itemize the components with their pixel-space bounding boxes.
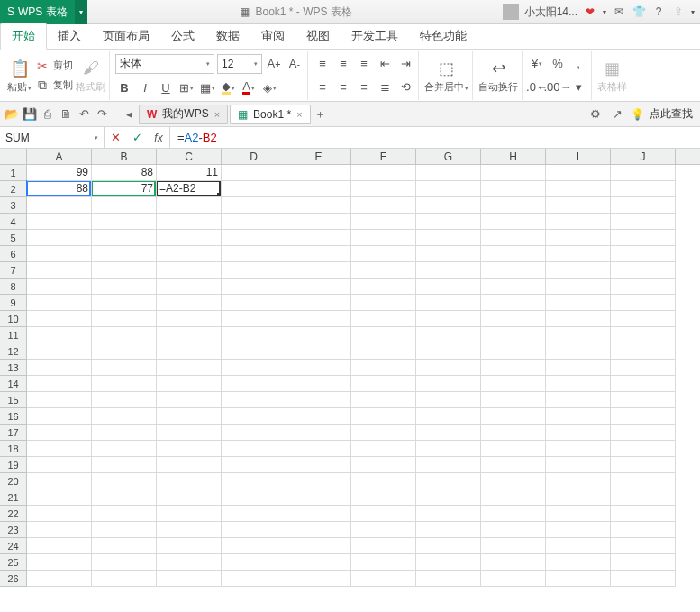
- cell-B14[interactable]: [92, 376, 157, 392]
- indent-inc-icon[interactable]: ⇥: [396, 55, 414, 73]
- cell-I22[interactable]: [546, 506, 611, 522]
- cell-I26[interactable]: [546, 571, 611, 587]
- cell-F18[interactable]: [351, 441, 416, 457]
- cell-E24[interactable]: [286, 538, 351, 554]
- cell-J15[interactable]: [611, 392, 676, 408]
- cell-B2[interactable]: 77: [92, 181, 157, 197]
- cell-C18[interactable]: [157, 441, 222, 457]
- cell-C10[interactable]: [157, 311, 222, 327]
- cell-B1[interactable]: 88: [92, 165, 157, 181]
- cell-E1[interactable]: [286, 165, 351, 181]
- cell-G18[interactable]: [416, 441, 481, 457]
- cell-J9[interactable]: [611, 295, 676, 311]
- cell-C9[interactable]: [157, 295, 222, 311]
- cell-A4[interactable]: [27, 214, 92, 230]
- colhead-F[interactable]: F: [351, 149, 416, 164]
- cell-C5[interactable]: [157, 230, 222, 246]
- justify-icon[interactable]: ≣: [376, 78, 394, 96]
- cell-H21[interactable]: [481, 489, 546, 506]
- search-hint[interactable]: 点此查找: [650, 106, 693, 122]
- cell-A12[interactable]: [27, 343, 92, 360]
- giftbox-icon[interactable]: ✉: [612, 5, 626, 19]
- cell-B23[interactable]: [92, 522, 157, 538]
- cell-F23[interactable]: [351, 522, 416, 538]
- align-left-icon[interactable]: ≡: [314, 78, 332, 96]
- cell-E3[interactable]: [286, 197, 351, 214]
- currency-icon[interactable]: ¥▾: [528, 55, 546, 73]
- cell-B8[interactable]: [92, 279, 157, 295]
- rowhead-10[interactable]: 10: [0, 311, 26, 327]
- cell-B6[interactable]: [92, 246, 157, 262]
- cell-E10[interactable]: [286, 311, 351, 327]
- cell-B4[interactable]: [92, 214, 157, 230]
- cell-F9[interactable]: [351, 295, 416, 311]
- cell-C14[interactable]: [157, 376, 222, 392]
- tab-my-wps[interactable]: W 我的WPS ×: [139, 105, 228, 124]
- cell-H5[interactable]: [481, 230, 546, 246]
- cell-E19[interactable]: [286, 457, 351, 473]
- cell-D1[interactable]: [222, 165, 286, 181]
- cell-C22[interactable]: [157, 506, 222, 522]
- cell-F4[interactable]: [351, 214, 416, 230]
- cell-E15[interactable]: [286, 392, 351, 408]
- redo-icon[interactable]: ↷: [94, 106, 110, 123]
- merge-button[interactable]: ⬚ 合并居中▾: [424, 58, 468, 94]
- clear-format-button[interactable]: ◈▾: [260, 79, 278, 97]
- cell-I7[interactable]: [546, 262, 611, 279]
- cell-I15[interactable]: [546, 392, 611, 408]
- rowhead-19[interactable]: 19: [0, 457, 26, 473]
- cell-G5[interactable]: [416, 230, 481, 246]
- cell-F11[interactable]: [351, 327, 416, 343]
- cell-D19[interactable]: [222, 457, 286, 473]
- tab-data[interactable]: 数据: [205, 23, 250, 49]
- cell-J4[interactable]: [611, 214, 676, 230]
- cell-F13[interactable]: [351, 360, 416, 376]
- accept-formula-button[interactable]: ✓: [126, 131, 148, 144]
- app-badge[interactable]: S WPS 表格: [0, 0, 75, 24]
- cell-J8[interactable]: [611, 279, 676, 295]
- nav-back-icon[interactable]: ◂: [121, 106, 137, 123]
- cut-button[interactable]: ✂剪切: [34, 58, 73, 74]
- cell-B10[interactable]: [92, 311, 157, 327]
- cell-A22[interactable]: [27, 506, 92, 522]
- tab-view[interactable]: 视图: [295, 23, 341, 49]
- cell-B9[interactable]: [92, 295, 157, 311]
- name-box[interactable]: SUM ▾: [0, 127, 105, 148]
- cell-H26[interactable]: [481, 571, 546, 587]
- cell-F1[interactable]: [351, 165, 416, 181]
- rowhead-1[interactable]: 1: [0, 165, 26, 181]
- cell-B25[interactable]: [92, 554, 157, 571]
- cell-G2[interactable]: [416, 181, 481, 197]
- cell-J18[interactable]: [611, 441, 676, 457]
- tab-formula[interactable]: 公式: [160, 23, 205, 49]
- cell-B18[interactable]: [92, 441, 157, 457]
- cell-D21[interactable]: [222, 489, 286, 506]
- tab-book1[interactable]: ▦ Book1 * ×: [230, 105, 310, 124]
- cell-A26[interactable]: [27, 571, 92, 587]
- rowhead-9[interactable]: 9: [0, 295, 26, 311]
- tab-review[interactable]: 审阅: [250, 23, 295, 49]
- rowhead-25[interactable]: 25: [0, 554, 26, 571]
- cell-I6[interactable]: [546, 246, 611, 262]
- cell-A17[interactable]: [27, 425, 92, 441]
- rowhead-18[interactable]: 18: [0, 441, 26, 457]
- cell-C17[interactable]: [157, 425, 222, 441]
- cell-C12[interactable]: [157, 343, 222, 360]
- tab-special[interactable]: 特色功能: [409, 23, 477, 49]
- cell-E22[interactable]: [286, 506, 351, 522]
- cell-F8[interactable]: [351, 279, 416, 295]
- cell-A25[interactable]: [27, 554, 92, 571]
- cell-A14[interactable]: [27, 376, 92, 392]
- cell-C26[interactable]: [157, 571, 222, 587]
- cell-E5[interactable]: [286, 230, 351, 246]
- rowhead-13[interactable]: 13: [0, 360, 26, 376]
- cell-G26[interactable]: [416, 571, 481, 587]
- cell-A19[interactable]: [27, 457, 92, 473]
- help-icon[interactable]: ?: [651, 5, 666, 19]
- cell-F7[interactable]: [351, 262, 416, 279]
- cell-F22[interactable]: [351, 506, 416, 522]
- rowhead-8[interactable]: 8: [0, 279, 26, 295]
- cell-E23[interactable]: [286, 522, 351, 538]
- cell-J2[interactable]: [611, 181, 676, 197]
- cell-F3[interactable]: [351, 197, 416, 214]
